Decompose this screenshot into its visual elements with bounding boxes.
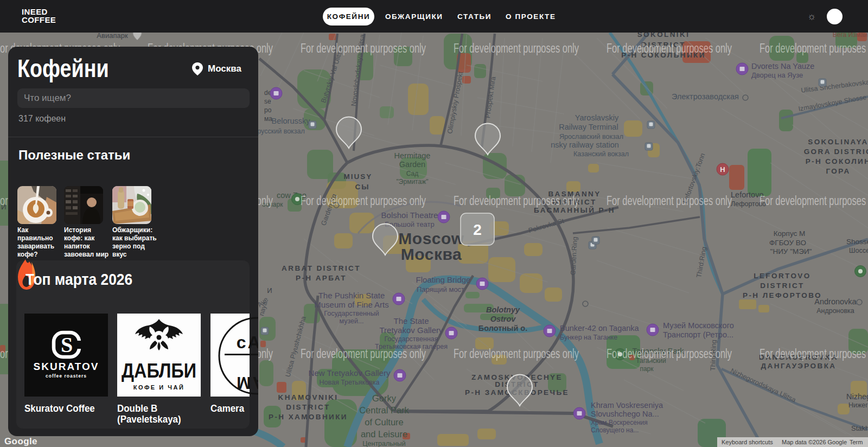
svg-text:MIUSY: MIUSY xyxy=(344,173,373,181)
svg-text:Nizhegorod: Nizhegorod xyxy=(846,392,868,401)
svg-text:Транспорт (Ретро...: Транспорт (Ретро... xyxy=(663,330,733,339)
svg-text:For development purposes only: For development purposes only xyxy=(301,41,426,55)
svg-text:DISTRICT: DISTRICT xyxy=(760,282,804,290)
svg-text:ДАБЛБИ: ДАБЛБИ xyxy=(122,360,196,382)
svg-text:For development purposes only: For development purposes only xyxy=(301,347,426,361)
svg-text:of Culture: of Culture xyxy=(365,417,404,427)
svg-text:Музей Московского: Музей Московского xyxy=(663,321,734,330)
svg-text:ARBAT DISTRICT: ARBAT DISTRICT xyxy=(282,264,361,272)
svg-text:Khram Voskreseniya: Khram Voskreseniya xyxy=(591,401,663,410)
svg-text:Ярославский вокзал: Ярославский вокзал xyxy=(559,133,623,141)
svg-text:For development purposes only: For development purposes only xyxy=(607,194,732,208)
svg-text:Museum of Fine Arts: Museum of Fine Arts xyxy=(314,300,389,309)
svg-text:Храм Воскресения: Храм Воскресения xyxy=(591,419,648,426)
svg-text:Болотный о.: Болотный о. xyxy=(478,324,528,333)
svg-text:Парящий мост: Парящий мост xyxy=(417,285,464,293)
svg-text:И: И xyxy=(267,286,272,295)
svg-text:2: 2 xyxy=(473,221,482,238)
svg-text:The Pushkin State: The Pushkin State xyxy=(318,291,385,300)
svg-text:Бункер на Таганке: Бункер на Таганке xyxy=(560,334,617,341)
svg-text:"Эрмитаж": "Эрмитаж" xyxy=(397,178,429,186)
svg-text:Railway Terminal: Railway Terminal xyxy=(559,123,618,131)
svg-text:Дворец на Яузе: Дворец на Яузе xyxy=(751,71,803,79)
svg-text:S: S xyxy=(61,333,73,357)
svg-text:The State: The State xyxy=(393,316,429,325)
svg-text:Новая Третьяковка: Новая Третьяковка xyxy=(320,379,380,386)
svg-text:КОФЕ И ЧАЙ: КОФЕ И ЧАЙ xyxy=(133,384,185,391)
svg-text:музей...: музей... xyxy=(340,317,364,325)
svg-text:ДАНГАУЭРОВКА: ДАНГАУЭРОВКА xyxy=(761,362,837,370)
svg-text:For development purposes only: For development purposes only xyxy=(454,41,579,55)
svg-text:For development purposes only: For development purposes only xyxy=(454,194,579,208)
svg-text:DISTRICT: DISTRICT xyxy=(286,403,330,411)
svg-text:Tretyakov Gallery: Tretyakov Gallery xyxy=(380,325,443,335)
svg-text:Андроновка: Андроновка xyxy=(816,307,854,315)
svg-text:Andronovka: Andronovka xyxy=(814,297,857,306)
svg-text:For development purposes only: For development purposes only xyxy=(301,194,426,208)
svg-text:парк: парк xyxy=(640,365,654,373)
svg-text:Lefortovo: Lefortovo xyxy=(731,190,763,199)
svg-text:Центральный: Центральный xyxy=(362,440,405,447)
svg-text:ма: ма xyxy=(264,115,272,123)
svg-text:Keyboard shortcuts: Keyboard shortcuts xyxy=(722,439,773,445)
svg-text:Ostrov: Ostrov xyxy=(490,315,516,323)
svg-text:For development purposes only: For development purposes only xyxy=(454,347,579,361)
svg-text:Central Park: Central Park xyxy=(359,405,409,415)
svg-text:SKURATOV: SKURATOV xyxy=(34,361,99,372)
svg-text:"НИУ "МЭИ": "НИУ "МЭИ" xyxy=(770,247,812,256)
svg-text:Государственная: Государственная xyxy=(384,335,438,343)
svg-text:CAM: CAM xyxy=(235,373,258,393)
svg-text:Dvorets Na Yauze: Dvorets Na Yauze xyxy=(751,62,814,71)
svg-text:and Leisure: and Leisure xyxy=(361,429,407,439)
svg-text:Map data ©2026 Google: Map data ©2026 Google xyxy=(782,439,847,445)
svg-text:Электрозаводская: Электрозаводская xyxy=(672,92,739,101)
svg-text:Bolotnyy: Bolotnyy xyxy=(486,305,520,314)
svg-text:Сад: Сад xyxy=(406,170,418,177)
svg-text:ро: ро xyxy=(264,106,272,114)
svg-text:For development purposes only: For development purposes only xyxy=(607,41,732,55)
svg-text:coffee roasters: coffee roasters xyxy=(46,373,87,379)
svg-text:Shosse Ent: Shosse Ent xyxy=(846,238,868,246)
svg-text:Term: Term xyxy=(850,439,863,445)
svg-text:ФГБОУ ВО: ФГБОУ ВО xyxy=(769,239,806,247)
svg-text:nsky railway station: nsky railway station xyxy=(551,141,619,149)
svg-text:For development purposes only: For development purposes only xyxy=(760,41,868,55)
svg-text:Р-Н ЛЕФОРТОВО: Р-Н ЛЕФОРТОВО xyxy=(743,291,822,299)
svg-text:Google: Google xyxy=(4,436,37,446)
svg-text:Р-Н СОКОЛИН: Р-Н СОКОЛИН xyxy=(806,157,868,165)
svg-text:Yaroslavskiy: Yaroslavskiy xyxy=(575,113,619,122)
svg-text:Корпус М: Корпус М xyxy=(774,229,806,238)
svg-text:SOKOLINAYA: SOKOLINAYA xyxy=(808,138,868,146)
svg-text:LEFORTOVO: LEFORTOVO xyxy=(754,272,810,280)
svg-text:Slovushchego Na...: Slovushchego Na... xyxy=(591,410,659,418)
svg-text:Bolshoi Theatre: Bolshoi Theatre xyxy=(381,210,438,220)
svg-text:СЫ: СЫ xyxy=(355,183,370,191)
svg-text:KHAMOVNIKI: KHAMOVNIKI xyxy=(278,393,339,401)
svg-text:Казанский вокзал: Казанский вокзал xyxy=(573,150,629,158)
svg-text:Р-Н АРБАТ: Р-Н АРБАТ xyxy=(296,274,347,282)
svg-text:Москва: Москва xyxy=(401,245,462,263)
svg-text:cAM: cAM xyxy=(237,333,258,352)
svg-text:New Tretyakov Gallery: New Tretyakov Gallery xyxy=(309,368,391,378)
svg-text:ГОРА: ГОРА xyxy=(826,167,850,175)
svg-text:Авиапарк: Авиапарк xyxy=(97,31,128,40)
svg-text:Garden: Garden xyxy=(399,160,425,169)
svg-text:H: H xyxy=(720,165,725,174)
svg-text:Нижегородск: Нижегородск xyxy=(848,401,868,409)
svg-text:For development purposes only: For development purposes only xyxy=(607,347,732,361)
svg-text:Государственный: Государственный xyxy=(324,310,379,317)
svg-text:For development purposes only: For development purposes only xyxy=(760,347,868,361)
svg-text:Gorky: Gorky xyxy=(372,393,397,403)
svg-text:Р-Н ХАМОВНИКИ: Р-Н ХАМОВНИКИ xyxy=(269,413,348,421)
svg-text:Bunker-42 on Taganka: Bunker-42 on Taganka xyxy=(560,324,640,333)
svg-text:se: se xyxy=(264,98,271,105)
svg-text:Floating Bridge: Floating Bridge xyxy=(416,275,471,284)
svg-text:Stakh: Stakh xyxy=(851,424,868,432)
svg-text:Hermitage: Hermitage xyxy=(394,151,431,160)
svg-text:Belorussky: Belorussky xyxy=(272,117,311,125)
svg-text:GORA DISTRIC: GORA DISTRIC xyxy=(804,148,868,156)
svg-text:Словущего на...: Словущего на... xyxy=(591,426,639,434)
svg-text:For development purposes only: For development purposes only xyxy=(760,194,868,208)
svg-text:Шоссе Эн: Шоссе Эн xyxy=(849,247,868,254)
svg-text:русский вокзал: русский вокзал xyxy=(257,127,304,135)
